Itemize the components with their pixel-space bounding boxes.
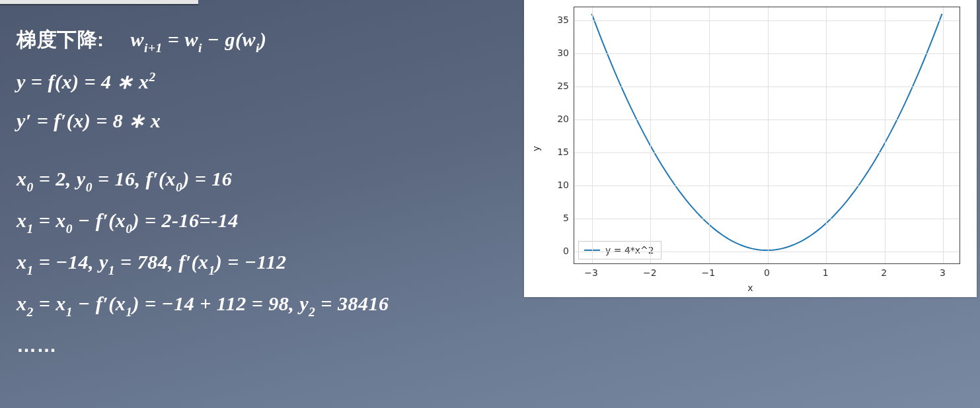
top-accent-strip: [0, 0, 198, 4]
eq-g-sub: i: [256, 41, 260, 55]
y-tick: 25: [557, 81, 569, 91]
eq-lhs-sub: i+1: [144, 41, 163, 55]
x-tick: 1: [823, 267, 829, 278]
y-tick: 15: [557, 147, 569, 157]
x-tick: 2: [881, 267, 887, 278]
y-axis-label: y: [531, 146, 541, 151]
title-label: 梯度下降:: [17, 28, 104, 50]
x-tick: −2: [643, 267, 657, 278]
y-tick: 35: [557, 15, 569, 25]
slide: 梯度下降: wi+1 = wi − g(wi) y = f(x) = 4 ∗ x…: [0, 0, 980, 408]
x-tick: 3: [940, 267, 946, 278]
legend-label: y = 4*x^2: [605, 245, 654, 255]
x-tick: −1: [702, 267, 716, 278]
parabola-chart: y = 4*x^2 x y −3−2−1012305101520253035: [524, 0, 977, 297]
ellipsis: ……: [17, 334, 960, 357]
curve-path: [574, 7, 960, 263]
eq-rhs1-sub: i: [198, 41, 202, 55]
eq-g-close: ): [260, 28, 267, 50]
eq-rhs1-var: w: [184, 28, 198, 50]
eq-minus: −: [207, 28, 225, 50]
x-tick: −3: [584, 267, 598, 278]
plot-area: y = 4*x^2: [574, 7, 960, 264]
eq-lhs-var: w: [131, 28, 145, 50]
y-tick: 10: [557, 180, 569, 190]
x-tick: 0: [764, 267, 770, 278]
x-axis-label: x: [747, 283, 753, 293]
eq-g-open: g(w: [225, 28, 256, 50]
y-tick: 0: [563, 246, 569, 256]
eq-equals: =: [168, 28, 185, 50]
y-tick: 30: [557, 48, 569, 58]
y-tick: 20: [557, 114, 569, 124]
y-tick: 5: [563, 213, 569, 223]
chart-legend: y = 4*x^2: [578, 241, 661, 259]
